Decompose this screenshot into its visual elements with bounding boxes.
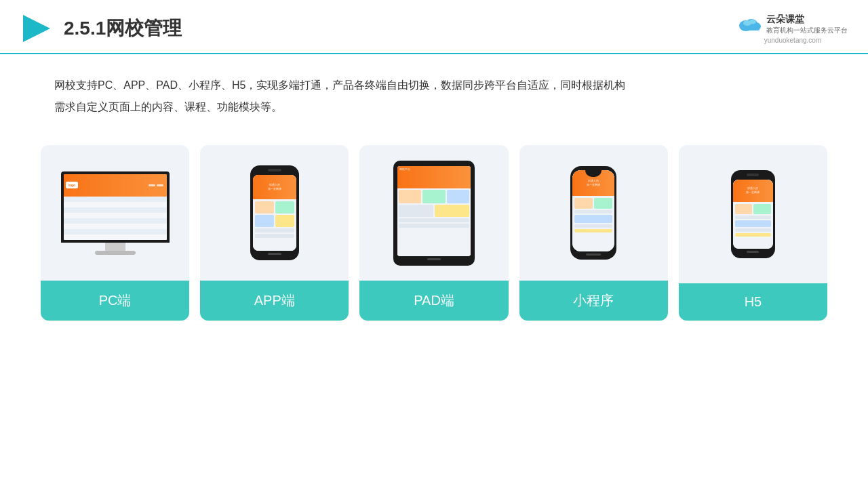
pad-item bbox=[422, 190, 445, 203]
card-pc-image: logo bbox=[41, 145, 189, 281]
app-row bbox=[255, 234, 294, 238]
pad-screen-content: 网校平台 bbox=[397, 166, 471, 256]
h5-item bbox=[735, 204, 753, 214]
miniprogram-phone-mockup: 职通人的第一堂网课 bbox=[570, 166, 616, 260]
h5-body bbox=[733, 202, 773, 249]
card-h5: 职通人的第一堂网课 bbox=[679, 145, 827, 321]
pc-monitor-mockup: logo bbox=[61, 171, 170, 255]
pc-screen-body bbox=[64, 197, 167, 239]
h5-grid bbox=[735, 204, 771, 214]
svg-marker-0 bbox=[23, 15, 50, 42]
pad-header: 网校平台 bbox=[397, 166, 471, 188]
pad-screen: 网校平台 bbox=[397, 166, 471, 256]
nav-item bbox=[149, 184, 155, 186]
pad-grid2 bbox=[399, 205, 469, 217]
pad-body bbox=[397, 188, 471, 256]
pad-tablet-mockup: 网校平台 bbox=[393, 161, 475, 266]
h5-phone-home bbox=[747, 251, 759, 253]
pc-course-card bbox=[66, 199, 98, 209]
miniprogram-row2 bbox=[574, 215, 612, 223]
header-left: 2.5.1网校管理 bbox=[20, 12, 182, 45]
logo-cloud: 云朵课堂 教育机构一站式服务云平台 bbox=[738, 14, 848, 35]
pc-row bbox=[99, 211, 131, 216]
pc-row bbox=[66, 211, 98, 216]
card-pad-image: 网校平台 bbox=[359, 145, 508, 281]
app-body bbox=[253, 199, 296, 251]
logo-tagline: 教育机构一站式服务云平台 bbox=[766, 26, 848, 35]
card-app-label: APP端 bbox=[200, 281, 349, 321]
miniprogram-item bbox=[594, 198, 612, 209]
pad-item bbox=[447, 190, 469, 203]
card-miniprogram-image: 职通人的第一堂网课 bbox=[519, 145, 668, 281]
miniprogram-screen-content: 职通人的第一堂网课 bbox=[572, 170, 614, 251]
app-screen-content: 职通人的第一堂网课 bbox=[253, 175, 296, 251]
pad-row bbox=[399, 218, 469, 222]
h5-screen: 职通人的第一堂网课 bbox=[733, 180, 773, 249]
h5-header-text: 职通人的第一堂网课 bbox=[746, 186, 760, 195]
cards-container: logo bbox=[0, 131, 868, 334]
description-line1: 网校支持PC、APP、PAD、小程序、H5，实现多端打通，产品各终端自由切换，数… bbox=[54, 75, 814, 96]
h5-row bbox=[735, 216, 771, 219]
miniprogram-screen: 职通人的第一堂网课 bbox=[572, 170, 614, 251]
h5-screen-content: 职通人的第一堂网课 bbox=[733, 180, 773, 249]
description-line2: 需求自定义页面上的内容、课程、功能模块等。 bbox=[54, 96, 814, 118]
card-miniprogram-label: 小程序 bbox=[519, 281, 668, 321]
logo-text-group: 云朵课堂 教育机构一站式服务云平台 bbox=[766, 14, 848, 35]
card-pc: logo bbox=[41, 145, 189, 321]
card-h5-label: H5 bbox=[679, 283, 827, 321]
h5-phone-mockup: 职通人的第一堂网课 bbox=[731, 170, 775, 258]
svg-point-6 bbox=[749, 19, 756, 24]
h5-header: 职通人的第一堂网课 bbox=[733, 180, 773, 202]
miniprogram-header: 职通人的第一堂网课 bbox=[572, 170, 614, 196]
app-header-text: 职通人的第一堂网课 bbox=[268, 183, 281, 191]
pad-item2 bbox=[435, 205, 469, 217]
description-section: 网校支持PC、APP、PAD、小程序、H5，实现多端打通，产品各终端自由切换，数… bbox=[0, 54, 868, 125]
miniprogram-item bbox=[574, 198, 593, 209]
app-item bbox=[255, 215, 274, 227]
h5-row bbox=[735, 228, 771, 232]
monitor-screen-wrapper: logo bbox=[61, 171, 170, 243]
card-app-image: 职通人的第一堂网课 bbox=[200, 145, 349, 281]
h5-item bbox=[753, 204, 771, 214]
svg-rect-4 bbox=[742, 26, 760, 30]
app-phone-home bbox=[268, 253, 281, 255]
card-pc-label: PC端 bbox=[41, 281, 189, 321]
h5-row2 bbox=[735, 220, 771, 227]
play-icon bbox=[20, 12, 53, 45]
app-row bbox=[255, 228, 294, 232]
card-pad-label: PAD端 bbox=[359, 281, 508, 321]
monitor-screen-content: logo bbox=[64, 174, 167, 240]
card-pad: 网校平台 bbox=[359, 145, 508, 321]
monitor-base bbox=[105, 243, 125, 251]
page-title: 2.5.1网校管理 bbox=[64, 16, 182, 41]
nav-item bbox=[157, 184, 163, 186]
pc-screen-logo: logo bbox=[66, 182, 79, 188]
app-phone-screen: 职通人的第一堂网课 bbox=[253, 175, 296, 251]
card-app: 职通人的第一堂网课 bbox=[200, 145, 349, 321]
pad-grid bbox=[399, 190, 469, 203]
app-item bbox=[275, 201, 294, 214]
app-item bbox=[255, 201, 274, 214]
app-phone-mockup: 职通人的第一堂网课 bbox=[250, 165, 299, 260]
cloud-logo-icon bbox=[738, 15, 762, 34]
pad-item2 bbox=[399, 205, 433, 217]
pc-course-grid bbox=[64, 197, 167, 218]
h5-row bbox=[735, 233, 771, 237]
miniprogram-home bbox=[586, 253, 601, 256]
miniprogram-row bbox=[574, 229, 612, 232]
pad-home-bar bbox=[427, 258, 441, 260]
app-item bbox=[275, 215, 294, 227]
miniprogram-row bbox=[574, 210, 612, 214]
card-h5-image: 职通人的第一堂网课 bbox=[679, 145, 827, 283]
miniprogram-header-text: 职通人的第一堂网课 bbox=[587, 179, 600, 187]
pad-header-text: 网校平台 bbox=[397, 166, 471, 172]
pc-course-card bbox=[132, 199, 164, 209]
pc-screen-nav bbox=[78, 184, 164, 186]
monitor-screen: logo bbox=[64, 174, 167, 240]
pad-item bbox=[399, 190, 421, 203]
logo-area: 云朵课堂 教育机构一站式服务云平台 yunduoketang.com bbox=[738, 14, 848, 44]
miniprogram-grid bbox=[574, 198, 612, 209]
card-miniprogram: 职通人的第一堂网课 bbox=[519, 145, 668, 321]
app-header: 职通人的第一堂网课 bbox=[253, 175, 296, 199]
miniprogram-row bbox=[574, 224, 612, 228]
